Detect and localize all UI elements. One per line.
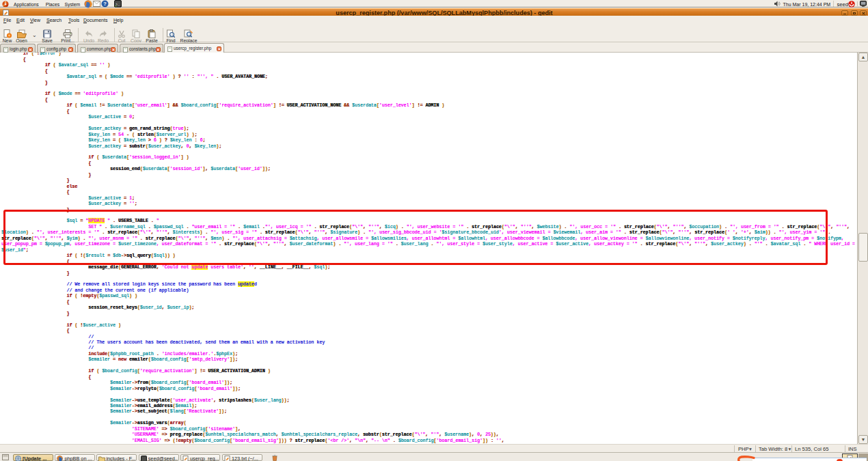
svg-text:?: ? xyxy=(103,1,107,7)
